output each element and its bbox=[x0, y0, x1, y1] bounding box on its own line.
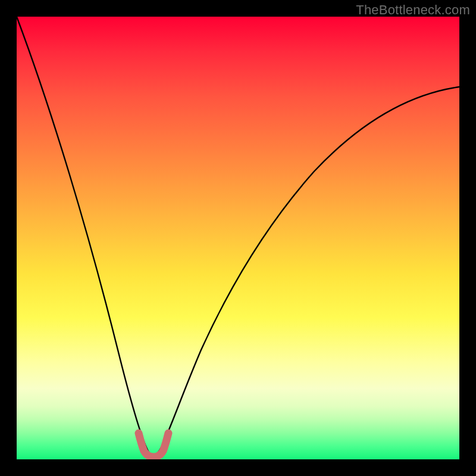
watermark-text: TheBottleneck.com bbox=[356, 2, 470, 18]
curve-path bbox=[17, 17, 459, 456]
chart-frame: TheBottleneck.com bbox=[0, 0, 476, 476]
plot-area bbox=[17, 17, 459, 459]
bottleneck-curve bbox=[17, 17, 459, 459]
minimum-marker bbox=[139, 433, 168, 457]
